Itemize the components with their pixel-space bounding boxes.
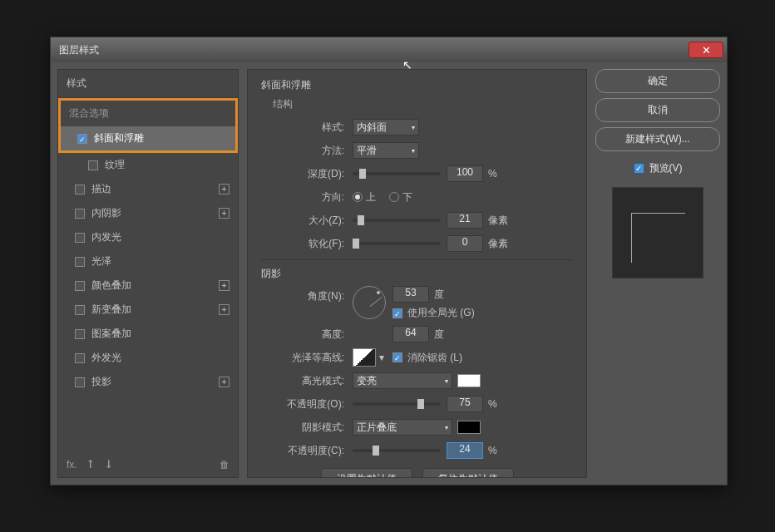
- style-label: 投影: [91, 375, 111, 389]
- chevron-down-icon: ▾: [445, 424, 448, 431]
- actions-panel: 确定 取消 新建样式(W)... ✓预览(V): [595, 69, 720, 478]
- angle-control[interactable]: [353, 286, 386, 319]
- altitude-input[interactable]: 64: [392, 326, 429, 342]
- style-label: 新变叠加: [91, 303, 131, 317]
- style-item-texture[interactable]: 纹理: [58, 153, 238, 177]
- style-label: 内发光: [91, 230, 121, 244]
- style-item-bevel[interactable]: 斜面和浮雕: [61, 126, 235, 150]
- size-slider[interactable]: [353, 219, 440, 222]
- layer-style-dialog: 图层样式 ✕ 样式 混合选项 斜面和浮雕 纹理 描边+ 内阴影+ 内发光 光泽 …: [50, 37, 728, 485]
- bevel-checkbox[interactable]: [77, 134, 87, 144]
- shadow-opacity-label: 不透明度(C):: [261, 444, 344, 458]
- style-label: 纹理: [105, 158, 125, 172]
- stroke-checkbox[interactable]: [75, 185, 85, 195]
- color-overlay-checkbox[interactable]: [75, 281, 85, 291]
- antialias-checkbox[interactable]: 消除锯齿 (L): [392, 351, 462, 365]
- highlight-mode-select[interactable]: 变亮▾: [353, 372, 452, 389]
- inner-glow-checkbox[interactable]: [75, 233, 85, 243]
- depth-slider[interactable]: [353, 172, 440, 175]
- angle-input[interactable]: 53: [392, 286, 429, 303]
- style-item-drop-shadow[interactable]: 投影+: [58, 370, 238, 394]
- style-item-stroke[interactable]: 描边+: [58, 177, 238, 201]
- soften-input[interactable]: 0: [447, 235, 483, 252]
- trash-icon[interactable]: 🗑: [220, 459, 230, 470]
- depth-input[interactable]: 100: [447, 165, 483, 182]
- new-style-button[interactable]: 新建样式(W)...: [595, 127, 720, 151]
- settings-panel: 斜面和浮雕 结构 样式:内斜面▾ 方法:平滑▾ 深度(D):100% 方向:上下…: [247, 69, 587, 478]
- style-item-inner-shadow[interactable]: 内阴影+: [58, 201, 238, 225]
- satin-checkbox[interactable]: [75, 257, 85, 267]
- highlight-opacity-slider[interactable]: [353, 402, 440, 406]
- make-default-button[interactable]: 设置为默认值: [321, 468, 412, 478]
- highlight-mode-label: 高光模式:: [261, 374, 344, 388]
- list-footer: fx. 🠕 🠗 🗑: [58, 452, 238, 477]
- chevron-down-icon: ▾: [412, 147, 415, 155]
- plus-icon[interactable]: +: [219, 304, 230, 315]
- global-light-checkbox[interactable]: 使用全局光 (G): [392, 306, 475, 320]
- direction-up-radio[interactable]: 上: [353, 190, 376, 204]
- structure-label: 结构: [273, 97, 573, 111]
- altitude-label: 高度:: [261, 328, 344, 342]
- slider-thumb[interactable]: [417, 399, 424, 409]
- style-label: 光泽: [91, 254, 111, 268]
- shadow-color-swatch[interactable]: [457, 421, 481, 434]
- highlight-color-swatch[interactable]: [457, 374, 481, 387]
- gloss-contour-label: 光泽等高线:: [261, 351, 344, 365]
- style-select[interactable]: 内斜面▾: [353, 119, 419, 135]
- soften-slider[interactable]: [353, 242, 440, 245]
- gloss-contour-picker[interactable]: [353, 348, 376, 367]
- preview-thumbnail: [612, 187, 703, 278]
- chevron-down-icon: ▾: [412, 124, 415, 131]
- direction-label: 方向:: [261, 190, 344, 204]
- style-item-gradient-overlay[interactable]: 新变叠加+: [58, 298, 238, 322]
- up-arrow-icon[interactable]: 🠕: [86, 459, 96, 470]
- style-label: 描边: [91, 182, 111, 196]
- chevron-down-icon[interactable]: ▾: [379, 352, 384, 363]
- texture-checkbox[interactable]: [88, 160, 98, 170]
- style-label: 外发光: [91, 351, 121, 365]
- shadow-mode-select[interactable]: 正片叠底▾: [353, 419, 452, 436]
- slider-thumb[interactable]: [353, 239, 359, 249]
- chevron-down-icon: ▾: [445, 377, 448, 385]
- style-label: 样式:: [261, 121, 344, 135]
- blend-options-label[interactable]: 混合选项: [61, 101, 235, 126]
- shadow-opacity-input[interactable]: 24: [447, 442, 483, 459]
- reset-default-button[interactable]: 复位为默认值: [422, 468, 514, 478]
- down-arrow-icon[interactable]: 🠗: [104, 459, 114, 470]
- cancel-button[interactable]: 取消: [595, 98, 720, 122]
- style-item-inner-glow[interactable]: 内发光: [58, 225, 238, 249]
- ok-button[interactable]: 确定: [595, 69, 720, 93]
- style-item-satin[interactable]: 光泽: [58, 249, 238, 273]
- depth-label: 深度(D):: [261, 167, 344, 181]
- shading-label: 阴影: [261, 267, 573, 281]
- slider-thumb[interactable]: [358, 215, 364, 225]
- plus-icon[interactable]: +: [219, 184, 230, 195]
- slider-thumb[interactable]: [359, 169, 366, 179]
- plus-icon[interactable]: +: [219, 377, 230, 387]
- gradient-overlay-checkbox[interactable]: [75, 305, 85, 315]
- direction-down-radio[interactable]: 下: [389, 190, 412, 204]
- outer-glow-checkbox[interactable]: [75, 353, 85, 363]
- divider: [261, 259, 573, 260]
- style-item-color-overlay[interactable]: 颜色叠加+: [58, 273, 238, 298]
- plus-icon[interactable]: +: [219, 208, 230, 219]
- styles-header: 样式: [58, 70, 238, 98]
- slider-thumb[interactable]: [373, 446, 379, 456]
- close-button[interactable]: ✕: [689, 42, 723, 58]
- method-label: 方法:: [261, 144, 344, 158]
- method-select[interactable]: 平滑▾: [353, 142, 419, 159]
- highlight-opacity-input[interactable]: 75: [447, 396, 483, 412]
- fx-icon[interactable]: fx.: [67, 459, 77, 470]
- inner-shadow-checkbox[interactable]: [75, 209, 85, 219]
- dialog-title: 图层样式: [59, 43, 689, 57]
- shadow-opacity-slider[interactable]: [353, 449, 440, 452]
- highlighted-region: 混合选项 斜面和浮雕: [58, 98, 238, 153]
- size-input[interactable]: 21: [447, 212, 483, 229]
- drop-shadow-checkbox[interactable]: [75, 377, 85, 387]
- plus-icon[interactable]: +: [219, 280, 230, 291]
- pattern-overlay-checkbox[interactable]: [75, 329, 85, 339]
- preview-checkbox[interactable]: ✓预览(V): [595, 161, 720, 175]
- title-bar[interactable]: 图层样式 ✕: [51, 37, 727, 62]
- style-item-outer-glow[interactable]: 外发光: [58, 346, 238, 370]
- style-item-pattern-overlay[interactable]: 图案叠加: [58, 322, 238, 346]
